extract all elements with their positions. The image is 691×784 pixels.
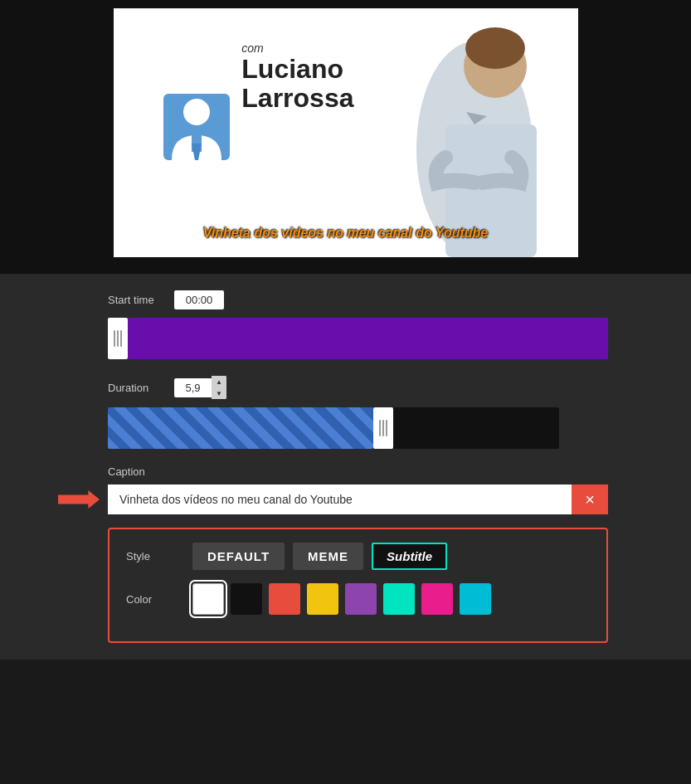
duration-input-wrap: ▲ ▼ xyxy=(174,376,226,399)
color-swatch-blue[interactable] xyxy=(460,583,491,615)
logo-icon xyxy=(163,94,230,168)
start-time-label: Start time xyxy=(108,294,174,306)
caption-label: Caption xyxy=(108,465,608,478)
color-options xyxy=(192,583,491,615)
video-preview: com Luciano Larrossa Vinheta dos vídeos … xyxy=(0,0,691,274)
style-panel: Style DEFAULT MEME Subtitle Color xyxy=(108,528,608,643)
handle-line-2 xyxy=(117,330,119,347)
video-name-block: com Luciano Larrossa xyxy=(241,41,353,113)
duration-row: Duration ▲ ▼ xyxy=(108,376,608,399)
timeline-2 xyxy=(108,407,608,449)
caption-input[interactable] xyxy=(108,485,572,514)
color-swatch-green[interactable] xyxy=(383,583,415,615)
color-swatch-black[interactable] xyxy=(231,583,262,615)
color-swatch-yellow[interactable] xyxy=(307,583,338,615)
timeline-bar-purple[interactable] xyxy=(128,318,608,359)
timeline-handle-right[interactable] xyxy=(373,407,393,449)
start-time-input[interactable] xyxy=(174,290,224,309)
person-image xyxy=(387,17,562,257)
caption-section: Caption × Style DEFAULT MEME Subtitle xyxy=(108,465,608,643)
duration-spinner: ▲ ▼ xyxy=(212,376,226,399)
timeline-1 xyxy=(108,318,608,359)
controls-area: Start time Duration ▲ ▼ xyxy=(0,274,691,660)
handle-line-6 xyxy=(386,420,387,436)
color-swatch-red[interactable] xyxy=(269,583,300,615)
handle-line-5 xyxy=(382,420,384,436)
style-label: Style xyxy=(126,550,192,562)
video-frame: com Luciano Larrossa Vinheta dos vídeos … xyxy=(114,8,578,257)
style-default-button[interactable]: DEFAULT xyxy=(192,543,285,570)
style-options: DEFAULT MEME Subtitle xyxy=(192,543,447,570)
video-com-text: com xyxy=(241,41,353,55)
timeline-bar-striped[interactable] xyxy=(108,407,373,449)
color-swatch-pink[interactable] xyxy=(421,583,453,615)
svg-point-7 xyxy=(465,27,525,69)
handle-line-4 xyxy=(379,420,381,436)
caption-input-row: × xyxy=(108,485,608,514)
timeline-handle-left[interactable] xyxy=(108,318,128,359)
svg-point-1 xyxy=(183,99,210,125)
caption-clear-button[interactable]: × xyxy=(572,485,608,514)
style-meme-button[interactable]: MEME xyxy=(293,543,363,570)
start-time-row: Start time xyxy=(108,290,608,309)
style-subtitle-button[interactable]: Subtitle xyxy=(372,543,447,570)
timeline-bar-dark xyxy=(393,407,559,449)
video-subtitle-text: Vinheta dos vídeos no meu canal do Youtu… xyxy=(203,226,488,241)
duration-input[interactable] xyxy=(174,378,212,397)
color-row: Color xyxy=(126,583,590,615)
duration-down-button[interactable]: ▼ xyxy=(212,387,226,399)
svg-marker-9 xyxy=(58,490,100,509)
duration-up-button[interactable]: ▲ xyxy=(212,376,226,387)
video-person-name: Luciano Larrossa xyxy=(241,55,353,113)
handle-line-1 xyxy=(114,330,115,347)
color-label: Color xyxy=(126,593,192,606)
duration-label: Duration xyxy=(108,382,174,394)
color-swatch-white[interactable] xyxy=(192,583,224,615)
color-swatch-purple[interactable] xyxy=(345,583,377,615)
style-row: Style DEFAULT MEME Subtitle xyxy=(126,543,590,570)
handle-line-3 xyxy=(120,330,122,347)
